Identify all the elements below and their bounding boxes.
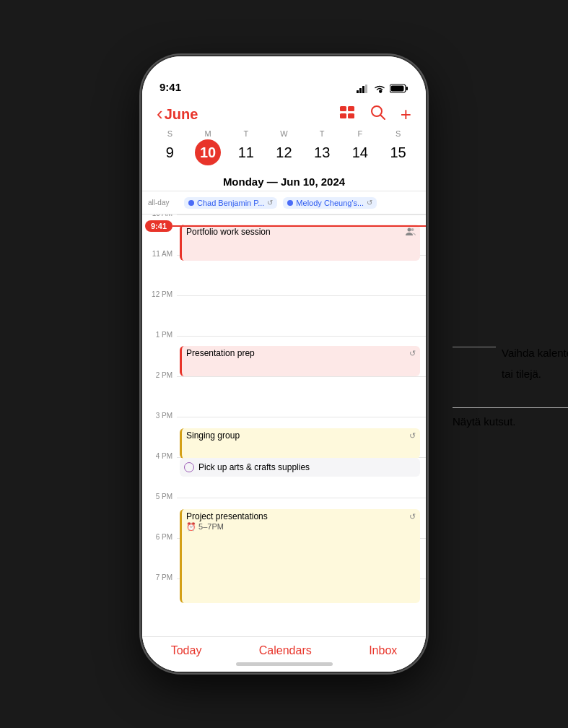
event-project[interactable]: Project presentations ⏰ 5–7PM ↺ [180, 509, 420, 603]
date-header: Monday — Jun 10, 2024 [142, 171, 426, 191]
hour-row-12pm: 12 PM [142, 295, 426, 336]
phone-frame: 9:41 [142, 56, 426, 672]
annotation-calendars-2: tai tilejä. [502, 366, 568, 381]
sync-icon-melody: ↺ [367, 199, 372, 207]
day-letter-m: M [204, 129, 211, 138]
day-num-10: 10 [195, 139, 221, 165]
event-project-time: ⏰ 5–7PM [186, 522, 224, 531]
status-time: 9:41 [160, 81, 181, 93]
time-label-12pm: 12 PM [142, 290, 177, 336]
hour-row-2pm: 2 PM [142, 376, 426, 417]
day-col-mon[interactable]: M 10 [192, 129, 224, 165]
day-letter-f: F [357, 129, 362, 138]
event-title-melody: Melody Cheung's... [296, 199, 364, 207]
status-bar: 9:41 [142, 56, 426, 99]
event-dot-chad [188, 200, 194, 206]
bottom-nav: Today Calendars Inbox [142, 636, 426, 672]
all-day-event-melody[interactable]: Melody Cheung's... ↺ [283, 197, 377, 209]
event-title-chad: Chad Benjamin P... [197, 199, 264, 207]
add-event-icon[interactable]: + [401, 105, 411, 124]
time-label-4pm: 4 PM [142, 452, 177, 498]
day-letter-w: W [280, 129, 287, 138]
home-indicator [236, 662, 333, 666]
week-strip: S 9 M 10 T 11 W 12 T 13 [142, 126, 426, 171]
all-day-event-chad[interactable]: Chad Benjamin P... ↺ [184, 197, 277, 209]
event-pickup-title: Pick up arts & crafts supplies [198, 462, 310, 472]
svg-rect-5 [406, 87, 408, 90]
side-annotations: Vaihda kalentereita tai tilejä. Näytä ku… [453, 345, 568, 435]
svg-rect-7 [340, 106, 346, 111]
day-num-13: 13 [309, 139, 335, 165]
svg-rect-1 [359, 88, 362, 93]
event-presentation-title: Presentation prep [186, 348, 255, 358]
day-col-sat[interactable]: S 15 [383, 129, 414, 165]
svg-rect-2 [362, 86, 364, 93]
day-col-fri[interactable]: F 14 [344, 129, 376, 165]
sync-icon-presentation: ↺ [409, 349, 416, 358]
day-col-sun[interactable]: S 9 [154, 129, 185, 165]
time-label-3pm: 3 PM [142, 412, 177, 457]
day-num-12: 12 [271, 139, 297, 165]
wifi-icon [374, 84, 385, 93]
event-pickup[interactable]: Pick up arts & crafts supplies [180, 458, 420, 477]
day-col-wed[interactable]: W 12 [268, 129, 300, 165]
current-time-badge: 9:41 [145, 220, 172, 232]
event-singing-title: Singing group [186, 430, 240, 441]
day-num-15: 15 [385, 139, 411, 165]
nav-actions: + [338, 105, 411, 124]
day-letter-t2: T [320, 129, 325, 138]
day-num-11: 11 [233, 139, 259, 165]
sync-icon-singing: ↺ [409, 431, 416, 441]
day-letter-s2: S [396, 129, 401, 138]
signal-icon [357, 84, 370, 93]
svg-line-12 [380, 116, 385, 120]
day-col-thu[interactable]: T 13 [306, 129, 338, 165]
time-label-11am: 11 AM [142, 250, 177, 295]
list-view-icon[interactable] [338, 105, 356, 124]
day-letter-t1: T [243, 129, 248, 138]
back-chevron: ‹ [157, 104, 163, 123]
time-line-11am [177, 255, 426, 295]
today-button[interactable]: Today [171, 644, 202, 657]
time-line-2pm [177, 376, 426, 417]
svg-rect-0 [357, 90, 359, 93]
time-label-1pm: 1 PM [142, 331, 177, 376]
svg-rect-9 [340, 113, 346, 118]
search-icon[interactable] [370, 105, 386, 124]
time-grid[interactable]: 9:41 10 AM 11 AM [142, 214, 426, 636]
nav-bar: ‹ June [142, 99, 426, 126]
annotation-calendars-1: Vaihda kalentereita [502, 345, 568, 360]
hour-row-11am: 11 AM [142, 255, 426, 295]
day-letter-s1: S [167, 129, 172, 138]
day-col-tue[interactable]: T 11 [230, 129, 262, 165]
time-label-2pm: 2 PM [142, 371, 177, 417]
back-button[interactable]: ‹ June [157, 105, 198, 123]
current-time-line [172, 225, 426, 227]
calendars-button[interactable]: Calendars [259, 644, 312, 657]
all-day-row: all-day Chad Benjamin P... ↺ Melody Cheu… [142, 191, 426, 214]
sync-icon-chad: ↺ [267, 199, 273, 207]
event-dot-melody [287, 200, 293, 206]
event-singing[interactable]: Singing group ↺ [180, 428, 420, 459]
svg-rect-6 [391, 86, 404, 92]
annotation-inbox: Näytä kutsut. [453, 414, 516, 429]
time-label-7pm: 7 PM [142, 573, 177, 619]
battery-icon [390, 84, 408, 93]
event-presentation[interactable]: Presentation prep ↺ [180, 346, 420, 376]
day-num-14: 14 [347, 139, 373, 165]
day-num-9: 9 [157, 139, 183, 165]
inbox-button[interactable]: Inbox [369, 644, 397, 657]
sync-icon-project: ↺ [409, 512, 416, 521]
time-line-12pm [177, 295, 426, 336]
status-icons [357, 84, 408, 93]
all-day-label: all-day [148, 199, 178, 207]
svg-rect-8 [348, 106, 354, 111]
month-label[interactable]: June [165, 106, 198, 123]
event-project-title: Project presentations [186, 511, 268, 521]
current-time-indicator: 9:41 [142, 220, 426, 232]
screen-content: ‹ June [142, 99, 426, 672]
task-circle-pickup [184, 462, 194, 472]
time-label-6pm: 6 PM [142, 533, 177, 578]
time-label-5pm: 5 PM [142, 493, 177, 538]
svg-rect-3 [365, 84, 367, 93]
